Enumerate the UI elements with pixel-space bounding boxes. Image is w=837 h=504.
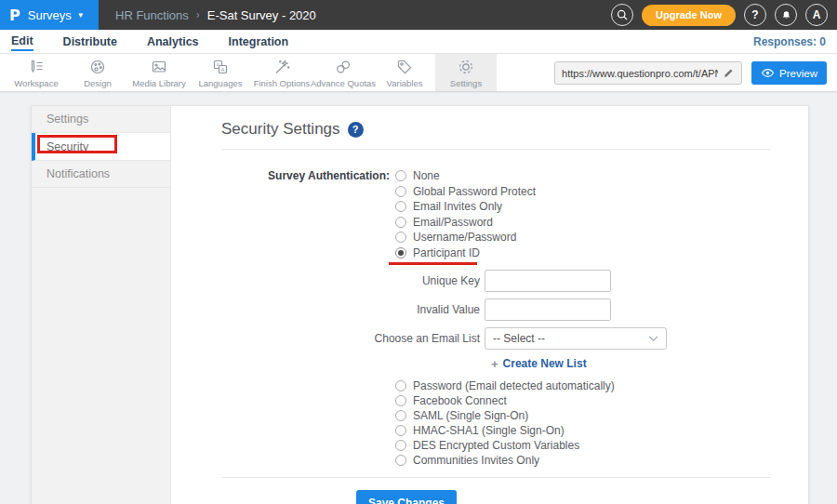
radio-icon[interactable]: [395, 201, 406, 212]
finish-options-icon: [272, 58, 291, 76]
security-form: Survey Authentication: None Global Passw…: [221, 168, 771, 504]
account-avatar[interactable]: A: [805, 4, 828, 26]
radio-option-facebook-connect[interactable]: Facebook Connect: [395, 393, 771, 408]
edit-toolbar: Workspace Design Media Library xA Langua…: [0, 54, 837, 92]
radio-icon[interactable]: [395, 440, 406, 451]
survey-nav-tabs: Edit Distribute Analytics Integration Re…: [0, 30, 837, 54]
tab-integration[interactable]: Integration: [229, 33, 289, 50]
topbar-actions: Upgrade Now ? A: [611, 0, 828, 30]
radio-icon[interactable]: [395, 217, 406, 228]
sidebar-item-notifications[interactable]: Notifications: [32, 161, 170, 188]
toolbar-item-languages[interactable]: xA Languages: [190, 54, 251, 91]
bell-icon: [780, 9, 792, 21]
tab-edit[interactable]: Edit: [11, 32, 33, 51]
survey-url-field[interactable]: https://www.questionpro.com/t/APNrFZ: [554, 61, 742, 85]
radio-icon[interactable]: [395, 186, 406, 197]
radio-label: DES Encrypted Custom Variables: [413, 439, 579, 452]
auth-options-list-secondary: Password (Email detected automatically) …: [395, 378, 771, 468]
surveys-menu[interactable]: P Surveys ▼: [0, 0, 99, 30]
toolbar-item-label: Media Library: [132, 78, 186, 88]
annotation-red-underline: [389, 262, 477, 265]
unique-key-label: Unique Key: [221, 274, 485, 287]
toolbar-item-finish-options[interactable]: Finish Options: [251, 54, 312, 91]
sidebar-item-security[interactable]: Security: [32, 133, 170, 161]
radio-label: Username/Password: [413, 231, 516, 244]
radio-option-participant-id[interactable]: Participant ID: [395, 245, 536, 261]
email-list-select[interactable]: -- Select --: [485, 327, 667, 350]
radio-icon[interactable]: [395, 425, 406, 436]
email-list-label: Choose an Email List: [221, 332, 485, 345]
radio-icon[interactable]: [395, 232, 406, 243]
toolbar-item-variables[interactable]: Variables: [374, 54, 435, 91]
radio-icon[interactable]: [395, 410, 406, 421]
auth-options-list: None Global Password Protect Email Invit…: [395, 168, 536, 266]
toolbar-item-advance-quotas[interactable]: Advance Quotas: [312, 54, 374, 91]
variables-icon: [395, 58, 414, 76]
toolbar-item-settings[interactable]: Settings: [435, 54, 497, 91]
toolbar-item-label: Advance Quotas: [311, 78, 376, 88]
toolbar-item-workspace[interactable]: Workspace: [6, 54, 67, 91]
radio-label: Communities Invites Only: [413, 454, 539, 467]
preview-button-label: Preview: [779, 68, 817, 79]
toolbar-item-label: Finish Options: [254, 78, 311, 88]
radio-option-hmac-sha1[interactable]: HMAC-SHA1 (Single Sign-On): [395, 423, 771, 438]
radio-option-saml[interactable]: SAML (Single Sign-On): [395, 408, 771, 423]
survey-authentication-label: Survey Authentication:: [221, 168, 390, 266]
breadcrumb-current: E-Sat Survey - 2020: [207, 8, 316, 22]
preview-button[interactable]: Preview: [751, 61, 827, 85]
radio-option-username-password[interactable]: Username/Password: [395, 230, 536, 245]
toolbar-item-label: Settings: [450, 78, 482, 88]
radio-selected-icon[interactable]: [395, 247, 406, 259]
settings-card: Settings Security Notifications Security…: [31, 105, 809, 504]
radio-icon[interactable]: [395, 395, 406, 406]
email-list-selected-value: -- Select --: [493, 332, 648, 345]
help-button[interactable]: ?: [744, 4, 766, 26]
radio-label: SAML (Single Sign-On): [413, 409, 528, 422]
advance-quotas-icon: [334, 58, 352, 76]
radio-icon[interactable]: [395, 380, 406, 391]
toolbar-item-label: Languages: [198, 78, 242, 88]
sidebar-item-security-label: Security: [46, 140, 88, 153]
invalid-value-input[interactable]: [485, 298, 611, 321]
svg-text:x: x: [217, 61, 219, 67]
responses-count[interactable]: Responses: 0: [753, 35, 826, 48]
chevron-down-icon: ▼: [77, 11, 85, 20]
save-changes-button[interactable]: Save Changes: [356, 490, 457, 504]
radio-label: HMAC-SHA1 (Single Sign-On): [413, 424, 565, 437]
topbar: P Surveys ▼ HR Functions › E-Sat Survey …: [0, 0, 837, 30]
radio-option-global-password[interactable]: Global Password Protect: [395, 184, 536, 200]
unique-key-input[interactable]: [485, 270, 611, 292]
questionpro-logo-icon: P: [9, 7, 20, 24]
help-circle-icon[interactable]: ?: [348, 122, 364, 138]
toolbar-item-label: Variables: [387, 78, 423, 88]
radio-label: Email/Password: [413, 216, 493, 229]
create-new-list-link[interactable]: + Create New List: [491, 356, 771, 371]
breadcrumb-parent[interactable]: HR Functions: [115, 8, 189, 22]
languages-icon: xA: [211, 58, 230, 76]
workspace-icon: [27, 58, 46, 76]
tab-distribute[interactable]: Distribute: [63, 33, 117, 50]
radio-label: Global Password Protect: [413, 185, 536, 198]
toolbar-item-label: Workspace: [14, 78, 58, 88]
toolbar-item-design[interactable]: Design: [67, 54, 128, 91]
radio-option-email-password[interactable]: Email/Password: [395, 215, 536, 231]
notifications-button[interactable]: [775, 4, 797, 26]
edit-pencil-icon[interactable]: [723, 67, 735, 79]
radio-option-password-auto[interactable]: Password (Email detected automatically): [395, 378, 771, 393]
radio-option-des-encrypted[interactable]: DES Encrypted Custom Variables: [395, 438, 771, 453]
radio-icon[interactable]: [395, 170, 406, 181]
toolbar-item-media-library[interactable]: Media Library: [128, 54, 190, 91]
radio-icon[interactable]: [395, 455, 406, 466]
toolbar-right: https://www.questionpro.com/t/APNrFZ Pre…: [554, 61, 827, 85]
search-button[interactable]: [611, 4, 633, 26]
media-library-icon: [150, 58, 168, 76]
radio-option-none[interactable]: None: [395, 168, 536, 184]
sidebar-item-settings[interactable]: Settings: [32, 106, 170, 133]
radio-option-communities-invites[interactable]: Communities Invites Only: [395, 453, 771, 468]
design-icon: [88, 58, 107, 76]
upgrade-now-button[interactable]: Upgrade Now: [642, 5, 736, 26]
toolbar-item-label: Design: [84, 78, 112, 88]
radio-option-email-invites[interactable]: Email Invites Only: [395, 199, 536, 215]
tab-analytics[interactable]: Analytics: [147, 33, 199, 50]
create-new-list-label: Create New List: [503, 357, 587, 370]
